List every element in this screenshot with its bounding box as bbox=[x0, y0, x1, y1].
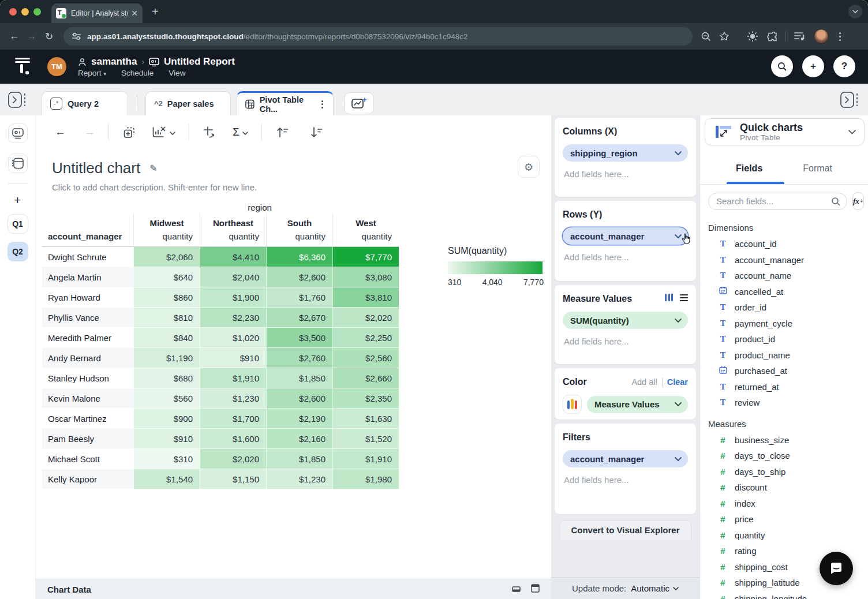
field-item-index[interactable]: #index bbox=[700, 496, 868, 512]
chevron-down-icon[interactable] bbox=[675, 234, 682, 238]
chevron-down-icon[interactable] bbox=[675, 402, 682, 406]
field-item-days_to_close[interactable]: #days_to_close bbox=[700, 448, 868, 464]
pivot-cell[interactable]: $2,250 bbox=[332, 328, 399, 348]
aggregate-sigma-icon[interactable]: Σ bbox=[227, 122, 253, 142]
chart-type-selector[interactable]: Quick charts Pivot Table bbox=[705, 118, 865, 145]
cell-q1-button[interactable]: Q1 bbox=[8, 214, 28, 234]
pivot-cell[interactable]: $2,350 bbox=[332, 388, 399, 409]
pivot-cell[interactable]: $2,600 bbox=[266, 267, 332, 287]
pivot-cell[interactable]: $2,600 bbox=[266, 388, 332, 409]
pivot-cell[interactable]: $2,760 bbox=[266, 348, 332, 368]
update-mode-select[interactable]: Automatic bbox=[631, 583, 679, 593]
field-item-cancelled_at[interactable]: cancelled_at bbox=[700, 284, 868, 300]
collapse-data-panel-icon[interactable] bbox=[512, 584, 521, 595]
reload-icon[interactable]: ↻ bbox=[40, 31, 58, 42]
remove-chart-icon[interactable] bbox=[146, 122, 181, 143]
color-palette-icon[interactable] bbox=[563, 395, 582, 414]
search-button[interactable] bbox=[771, 55, 793, 77]
pivot-cell[interactable]: $1,190 bbox=[133, 348, 200, 368]
pivot-cell[interactable]: $2,020 bbox=[332, 308, 399, 328]
pivot-cell[interactable]: $3,500 bbox=[266, 328, 332, 348]
maximize-window-button[interactable] bbox=[33, 8, 41, 16]
search-fields-box[interactable] bbox=[708, 193, 847, 210]
close-tab-icon[interactable]: ✕ bbox=[131, 9, 138, 18]
data-sources-icon[interactable] bbox=[8, 154, 28, 173]
column-header[interactable]: Northeast bbox=[200, 214, 266, 229]
pivot-cell[interactable]: $1,600 bbox=[200, 429, 266, 449]
sort-descending-icon[interactable] bbox=[304, 122, 329, 142]
convert-to-visual-explorer-button[interactable]: Convert to Visual Explorer bbox=[559, 520, 691, 540]
chart-settings-gear-icon[interactable]: ⚙ bbox=[518, 156, 540, 178]
field-pill-account-manager[interactable]: account_manager bbox=[563, 227, 688, 245]
tab-query-2[interactable]: -* Query 2 bbox=[42, 91, 128, 115]
add-all-link[interactable]: Add all bbox=[631, 377, 657, 387]
pivot-cell[interactable]: $2,560 bbox=[332, 348, 399, 368]
field-item-returned_at[interactable]: Treturned_at bbox=[700, 379, 868, 395]
pivot-cell[interactable]: $640 bbox=[133, 267, 200, 287]
address-bar[interactable]: app.as01.analyststudio.thoughtspot.cloud… bbox=[63, 27, 693, 46]
undo-back-icon[interactable]: ← bbox=[50, 122, 71, 142]
add-cell-button[interactable]: + bbox=[14, 193, 21, 207]
add-fields-placeholder[interactable]: Add fields here... bbox=[563, 252, 688, 262]
pivot-cell[interactable]: $2,040 bbox=[200, 267, 266, 287]
pivot-cell[interactable]: $910 bbox=[133, 429, 200, 449]
sort-ascending-icon[interactable] bbox=[270, 122, 295, 142]
chart-title[interactable]: Untitled chart bbox=[52, 159, 140, 177]
field-item-discount[interactable]: #discount bbox=[700, 480, 868, 496]
pivot-cell[interactable]: $3,080 bbox=[332, 267, 399, 287]
field-item-payment_cycle[interactable]: Tpayment_cycle bbox=[700, 316, 868, 332]
pivot-cell[interactable]: $1,900 bbox=[200, 287, 266, 308]
pivot-cell[interactable]: $910 bbox=[200, 348, 266, 368]
row-label[interactable]: Dwight Schrute bbox=[42, 247, 133, 267]
tab-format[interactable]: Format bbox=[803, 159, 832, 174]
report-nav-icon[interactable] bbox=[8, 123, 28, 143]
forward-nav-icon[interactable]: → bbox=[23, 31, 40, 42]
zoom-page-icon[interactable] bbox=[701, 31, 711, 42]
minimize-window-button[interactable] bbox=[21, 8, 29, 16]
add-fields-placeholder[interactable]: Add fields here... bbox=[563, 169, 688, 179]
filter-pill-account-manager[interactable]: account_manager bbox=[563, 450, 688, 467]
tab-paper-sales[interactable]: ^2 Paper sales bbox=[145, 91, 231, 115]
app-logo-icon[interactable] bbox=[15, 57, 32, 77]
help-button[interactable]: ? bbox=[833, 55, 855, 77]
browser-menu-kebab-icon[interactable] bbox=[837, 30, 843, 43]
field-item-price[interactable]: #price bbox=[700, 511, 868, 527]
field-item-product_name[interactable]: Tproduct_name bbox=[700, 347, 868, 364]
bookmark-star-icon[interactable] bbox=[719, 31, 729, 42]
pivot-cell[interactable]: $1,230 bbox=[200, 388, 266, 409]
row-label[interactable]: Andy Bernard bbox=[42, 348, 133, 368]
row-label[interactable]: Pam Beesly bbox=[42, 429, 133, 449]
menu-report[interactable]: Report▾ bbox=[78, 69, 106, 77]
add-chart-tab-button[interactable]: + bbox=[344, 92, 374, 114]
pivot-cell[interactable]: $1,850 bbox=[266, 368, 332, 388]
row-label[interactable]: Kelly Kapoor bbox=[42, 469, 133, 489]
pivot-cell[interactable]: $1,910 bbox=[332, 449, 399, 469]
menu-view[interactable]: View bbox=[169, 69, 185, 77]
collapse-right-panel-icon[interactable] bbox=[840, 92, 860, 110]
collapse-left-panel-icon[interactable] bbox=[8, 92, 28, 110]
media-controls-icon[interactable] bbox=[794, 32, 806, 41]
tab-search-button[interactable] bbox=[848, 5, 862, 18]
row-label[interactable]: Phyllis Vance bbox=[42, 308, 133, 328]
field-item-purchased_at[interactable]: purchased_at bbox=[700, 363, 868, 379]
row-label[interactable]: Ryan Howard bbox=[42, 287, 133, 308]
row-field-header[interactable]: account_manager bbox=[42, 229, 133, 247]
settings-sun-icon[interactable] bbox=[747, 31, 758, 42]
field-item-review[interactable]: Treview bbox=[700, 395, 868, 411]
search-fields-input[interactable] bbox=[716, 196, 831, 206]
new-tab-button[interactable]: + bbox=[152, 5, 159, 18]
field-item-order_id[interactable]: Torder_id bbox=[700, 300, 868, 316]
pivot-cell[interactable]: $1,520 bbox=[332, 429, 399, 449]
browser-tab[interactable]: T Editor | Analyst studio ✕ bbox=[51, 3, 143, 23]
field-item-shipping_longitude[interactable]: #shipping_longitude bbox=[700, 591, 868, 599]
tab-options-kebab-icon[interactable] bbox=[320, 99, 325, 110]
pivot-cell[interactable]: $2,060 bbox=[133, 247, 200, 267]
add-fields-placeholder[interactable]: Add fields here... bbox=[563, 336, 688, 346]
pivot-cell[interactable]: $310 bbox=[133, 449, 200, 469]
cell-q2-button[interactable]: Q2 bbox=[8, 242, 28, 261]
pivot-cell[interactable]: $1,910 bbox=[200, 368, 266, 388]
field-item-account_manager[interactable]: Taccount_manager bbox=[700, 252, 868, 268]
pivot-cell[interactable]: $1,630 bbox=[332, 409, 399, 429]
field-item-product_id[interactable]: Tproduct_id bbox=[700, 331, 868, 347]
pivot-cell[interactable]: $2,230 bbox=[200, 308, 266, 328]
